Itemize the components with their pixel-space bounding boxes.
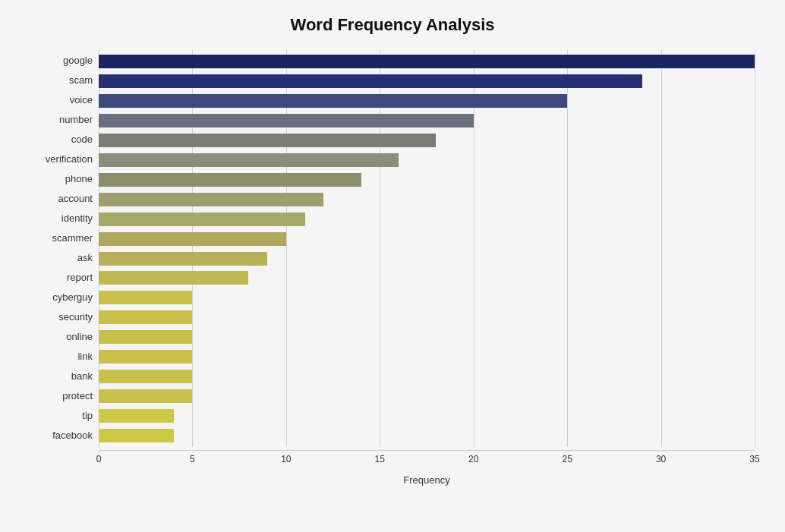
bar-row	[99, 386, 755, 406]
bar	[99, 429, 174, 442]
x-axis-label: Frequency	[403, 474, 449, 486]
y-label: ask	[77, 253, 93, 263]
bar	[99, 94, 567, 108]
y-label: online	[66, 332, 93, 342]
x-axis: 05101520253035	[99, 450, 755, 473]
x-tick-label: 20	[468, 454, 478, 464]
bar-row	[99, 249, 755, 269]
x-tick-label: 25	[562, 454, 572, 464]
bar	[99, 193, 323, 206]
y-label: voice	[70, 95, 93, 105]
bar-row	[99, 288, 755, 307]
bar-row	[99, 131, 755, 150]
x-tick-label: 0	[96, 454, 102, 464]
bar	[99, 310, 192, 324]
bar-row	[99, 367, 755, 386]
y-label: code	[71, 134, 93, 144]
bar	[99, 389, 192, 403]
y-label: account	[58, 194, 93, 203]
bar-row	[99, 150, 755, 170]
x-tick-label: 10	[281, 454, 291, 464]
bar-row	[99, 347, 755, 367]
bar	[99, 212, 305, 226]
bar-row	[99, 52, 755, 71]
bar-row	[99, 406, 755, 426]
bar-row	[99, 111, 755, 131]
x-tick-label: 30	[656, 454, 666, 464]
y-label: bank	[71, 371, 93, 381]
bar-row	[99, 91, 755, 111]
y-label: security	[58, 312, 93, 322]
y-label: verification	[46, 154, 93, 164]
bar-row	[99, 71, 755, 91]
bar-row	[99, 229, 755, 249]
bar-row	[99, 426, 755, 445]
chart-container: Word Frequency Analysis googlescamvoicen…	[0, 0, 785, 532]
bar-row	[99, 190, 755, 209]
bar	[99, 232, 286, 246]
bar	[99, 350, 192, 364]
chart-title: Word Frequency Analysis	[30, 15, 755, 35]
y-label: number	[59, 115, 93, 124]
bar-row	[99, 268, 755, 288]
bars-area	[99, 50, 755, 447]
bar	[99, 55, 755, 68]
y-label: facebook	[52, 430, 93, 440]
y-label: scammer	[52, 233, 93, 243]
x-tick-label: 15	[375, 454, 385, 464]
bar	[99, 173, 361, 187]
y-label: phone	[65, 174, 93, 184]
bar-row	[99, 327, 755, 347]
bar-row	[99, 170, 755, 190]
y-label: scam	[69, 75, 93, 85]
bar	[99, 153, 399, 167]
bar	[99, 330, 192, 344]
x-tick-label: 35	[749, 454, 759, 464]
bar	[99, 409, 174, 423]
x-tick-label: 5	[190, 454, 195, 464]
grid-line	[755, 50, 755, 447]
y-label: protect	[62, 391, 93, 401]
bars-wrapper	[99, 50, 755, 447]
bar-row	[99, 209, 755, 229]
y-label: report	[67, 272, 93, 282]
bar	[99, 271, 248, 285]
y-label: cyberguy	[52, 292, 93, 302]
y-label: tip	[82, 411, 93, 420]
bar	[99, 370, 192, 383]
y-label: identity	[61, 213, 93, 223]
y-label: link	[77, 351, 93, 361]
bar	[99, 252, 267, 266]
y-axis-labels: googlescamvoicenumbercodeverificationpho…	[30, 50, 99, 447]
y-label: google	[63, 55, 93, 65]
bar-row	[99, 307, 755, 327]
bar	[99, 291, 192, 304]
bar	[99, 74, 642, 88]
bar	[99, 114, 474, 127]
bar	[99, 134, 436, 147]
